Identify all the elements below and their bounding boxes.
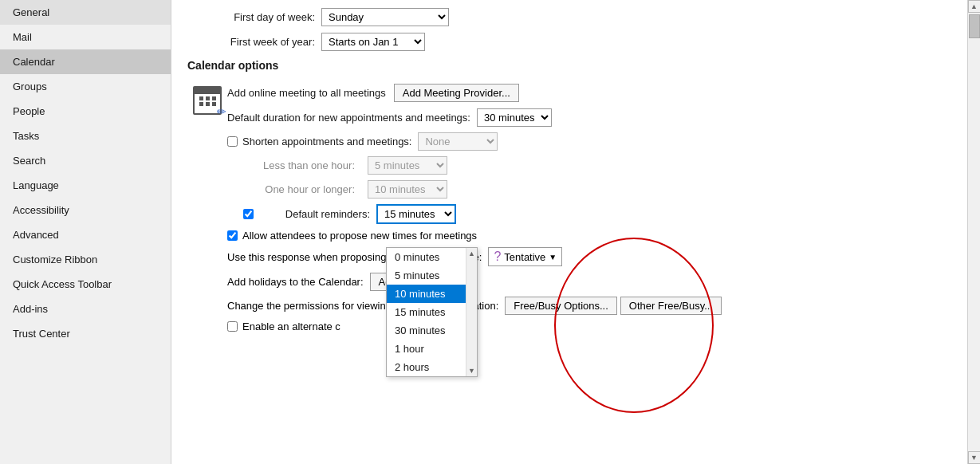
dropdown-item-1hour[interactable]: 1 hour bbox=[387, 340, 477, 358]
calendar-options-heading: Calendar options bbox=[187, 59, 951, 75]
sidebar-item-quick-access[interactable]: Quick Access Toolbar bbox=[0, 272, 171, 297]
sidebar-item-add-ins[interactable]: Add-ins bbox=[0, 297, 171, 321]
dropdown-item-15[interactable]: 15 minutes bbox=[387, 303, 477, 321]
add-online-label: Add online meeting to all meetings bbox=[227, 87, 386, 99]
default-reminders-checkbox[interactable] bbox=[243, 209, 254, 219]
default-reminders-row: Default reminders: 15 minutes bbox=[227, 204, 951, 224]
calendar-options-content: Add online meeting to all meetings Add M… bbox=[227, 83, 951, 338]
allow-attendees-checkbox[interactable] bbox=[227, 230, 238, 241]
dropdown-item-5[interactable]: 5 minutes bbox=[387, 266, 477, 285]
add-holidays-label: Add holidays to the Calendar: bbox=[227, 276, 364, 288]
dropdown-item-10[interactable]: 10 minutes bbox=[387, 285, 477, 303]
add-online-meeting-row: Add online meeting to all meetings Add M… bbox=[227, 83, 951, 102]
sidebar-item-search[interactable]: Search bbox=[0, 148, 171, 173]
allow-attendees-row: Allow attendees to propose new times for… bbox=[227, 230, 951, 242]
sidebar-item-people[interactable]: People bbox=[0, 99, 171, 124]
sidebar-item-advanced[interactable]: Advanced bbox=[0, 222, 171, 247]
less-than-label: Less than one hour: bbox=[243, 159, 355, 171]
tentative-button[interactable]: ? Tentative ▼ bbox=[488, 247, 562, 266]
first-day-select[interactable]: Sunday bbox=[321, 8, 449, 26]
scroll-up-arrow[interactable]: ▲ bbox=[466, 248, 478, 259]
first-day-label: First day of week: bbox=[187, 11, 315, 23]
scroll-thumb[interactable] bbox=[969, 14, 980, 38]
allow-attendees-label: Allow attendees to propose new times for… bbox=[242, 230, 477, 242]
dropdown-item-30[interactable]: 30 minutes bbox=[387, 321, 477, 340]
dropdown-item-0[interactable]: 0 minutes bbox=[387, 248, 477, 266]
sidebar-item-mail[interactable]: Mail bbox=[0, 25, 171, 49]
sidebar-item-calendar[interactable]: Calendar bbox=[0, 49, 171, 74]
calendar-section: ✏ Add online meeting to all meetings Add… bbox=[187, 83, 951, 338]
add-meeting-provider-button[interactable]: Add Meeting Provider... bbox=[394, 84, 519, 102]
scroll-down-arrow[interactable]: ▼ bbox=[466, 365, 478, 376]
right-scrollbar: ▲ ▼ bbox=[967, 0, 980, 464]
sidebar-item-trust-center[interactable]: Trust Center bbox=[0, 321, 171, 346]
sidebar: General Mail Calendar Groups People Task… bbox=[0, 0, 171, 464]
tentative-icon: ? bbox=[494, 250, 501, 264]
dropdown-item-2hours[interactable]: 2 hours bbox=[387, 358, 477, 376]
default-duration-select[interactable]: 30 minutes bbox=[477, 108, 552, 127]
main-content: First day of week: Sunday First week of … bbox=[171, 0, 967, 464]
first-week-row: First week of year: Starts on Jan 1 bbox=[187, 33, 951, 51]
default-reminders-label: Default reminders: bbox=[258, 208, 370, 220]
one-hour-select[interactable]: 10 minutes bbox=[368, 180, 447, 199]
tentative-dropdown-arrow: ▼ bbox=[549, 253, 557, 261]
pencil-icon: ✏ bbox=[217, 105, 226, 118]
sidebar-item-tasks[interactable]: Tasks bbox=[0, 124, 171, 148]
shorten-label: Shorten appointments and meetings: bbox=[242, 136, 411, 147]
one-hour-row: One hour or longer: 10 minutes bbox=[227, 180, 951, 199]
reminders-dropdown: 0 minutes 5 minutes 10 minutes 15 minute… bbox=[386, 247, 478, 377]
default-duration-label: Default duration for new appointments an… bbox=[227, 112, 470, 124]
add-holidays-row: Add holidays to the Calendar: Add Holida… bbox=[227, 272, 951, 291]
sidebar-item-groups[interactable]: Groups bbox=[0, 74, 171, 99]
sidebar-item-accessibility[interactable]: Accessibility bbox=[0, 198, 171, 222]
shorten-checkbox[interactable] bbox=[227, 136, 238, 147]
first-week-label: First week of year: bbox=[187, 36, 315, 48]
freebusy-options-button[interactable]: Free/Busy Options... bbox=[505, 297, 617, 315]
one-hour-label: One hour or longer: bbox=[243, 183, 355, 195]
dropdown-scrollbar: ▲ ▼ bbox=[466, 248, 477, 376]
less-than-row: Less than one hour: 5 minutes bbox=[227, 156, 951, 175]
calendar-icon-wrap: ✏ bbox=[187, 83, 227, 115]
sidebar-item-general[interactable]: General bbox=[0, 0, 171, 25]
sidebar-item-language[interactable]: Language bbox=[0, 173, 171, 198]
scroll-track bbox=[466, 259, 477, 365]
scroll-down-button[interactable]: ▼ bbox=[968, 451, 981, 464]
other-freebusy-button[interactable]: Other Free/Busy... bbox=[620, 297, 722, 315]
shorten-row: Shorten appointments and meetings: None bbox=[227, 132, 951, 151]
first-day-row: First day of week: Sunday bbox=[187, 8, 951, 26]
shorten-select[interactable]: None bbox=[418, 132, 498, 151]
permissions-row: Change the permissions for viewing Free/… bbox=[227, 297, 951, 315]
enable-alternate-label: Enable an alternate c bbox=[242, 320, 340, 332]
default-reminders-select[interactable]: 15 minutes bbox=[376, 204, 456, 224]
use-response-row: Use this response when proposing a new m… bbox=[227, 247, 951, 266]
tentative-label: Tentative bbox=[504, 251, 545, 263]
scroll-up-button[interactable]: ▲ bbox=[968, 0, 981, 13]
enable-alternate-row: Enable an alternate c bbox=[227, 320, 951, 332]
sidebar-item-customize-ribbon[interactable]: Customize Ribbon bbox=[0, 247, 171, 272]
enable-alternate-checkbox[interactable] bbox=[227, 321, 238, 332]
default-duration-row: Default duration for new appointments an… bbox=[227, 108, 951, 127]
less-than-select[interactable]: 5 minutes bbox=[368, 156, 447, 175]
first-week-select[interactable]: Starts on Jan 1 bbox=[321, 33, 425, 51]
